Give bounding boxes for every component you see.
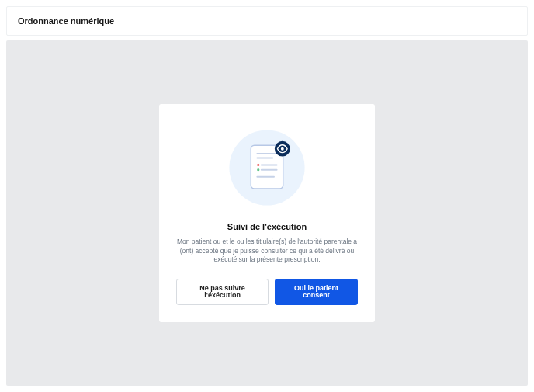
dialog-actions: Ne pas suivre l'éxécution Oui le patient… [176, 279, 358, 305]
document-eye-icon [225, 126, 309, 210]
svg-point-10 [281, 147, 284, 151]
execution-tracking-illustration [225, 126, 309, 210]
page-title: Ordonnance numérique [18, 16, 516, 26]
dialog-description: Mon patient ou et le ou les titlulaire(s… [176, 238, 358, 264]
dialog-title: Suivi de l'éxécution [227, 222, 307, 231]
consent-button[interactable]: Oui le patient consent [275, 279, 358, 305]
page-header: Ordonnance numérique [6, 6, 528, 36]
page-root: Ordonnance numérique [0, 0, 534, 392]
decline-tracking-button[interactable]: Ne pas suivre l'éxécution [176, 279, 269, 305]
consent-dialog: Suivi de l'éxécution Mon patient ou et l… [159, 104, 375, 321]
svg-point-6 [257, 168, 259, 171]
page-body: Suivi de l'éxécution Mon patient ou et l… [6, 40, 528, 386]
svg-point-4 [257, 164, 259, 166]
